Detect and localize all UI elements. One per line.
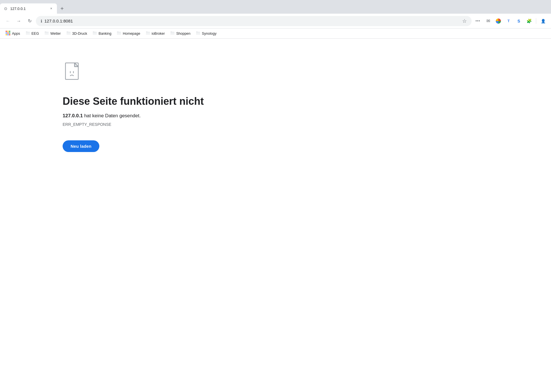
svg-rect-6	[9, 32, 10, 34]
reload-button-nav[interactable]: ↻	[25, 17, 34, 26]
bookmark-banking[interactable]: Banking	[91, 30, 114, 37]
bookmark-shoppen[interactable]: Shoppen	[168, 30, 193, 37]
toolbar-icons: ••• ✉ T S 🧩 👤	[473, 17, 548, 26]
error-page-icon	[63, 61, 84, 83]
bookmark-wetter-label: Wetter	[50, 32, 61, 36]
apps-grid-icon	[6, 31, 10, 36]
folder-icon	[45, 31, 49, 36]
forward-button[interactable]: →	[14, 17, 23, 26]
bookmark-iobroker[interactable]: ioBroker	[144, 30, 167, 37]
page-content: Diese Seite funktioniert nicht 127.0.0.1…	[0, 39, 551, 392]
svg-rect-3	[9, 31, 10, 32]
nav-bar: ← → ↻ ℹ 127.0.0.1:8081 ☆ ••• ✉	[0, 14, 551, 28]
bookmark-eeg[interactable]: EEG	[24, 30, 41, 37]
bookmark-apps-label: Apps	[12, 32, 20, 36]
tab-close-button[interactable]: ×	[49, 6, 54, 11]
bookmark-3d-druck-label: 3D-Druck	[72, 32, 87, 36]
profile-icon-button[interactable]: 👤	[538, 17, 548, 26]
bookmark-3d-druck[interactable]: 3D-Druck	[64, 30, 90, 37]
svg-rect-8	[7, 34, 9, 35]
neu-laden-button[interactable]: Neu laden	[63, 140, 99, 152]
extensions-menu-button[interactable]: •••	[473, 17, 482, 26]
bookmark-apps[interactable]: Apps	[3, 30, 22, 37]
url-text: 127.0.0.1:8081	[44, 19, 460, 23]
browser-chrome: ⊙ 127.0.0.1 × + ← → ↻ ℹ 127.0.0.1:8081 ☆…	[0, 0, 551, 39]
bookmark-iobroker-label: ioBroker	[152, 32, 165, 36]
svg-rect-9	[9, 34, 10, 35]
active-tab[interactable]: ⊙ 127.0.0.1 ×	[0, 3, 57, 14]
bookmark-star-icon[interactable]: ☆	[462, 18, 467, 24]
error-code: ERR_EMPTY_RESPONSE	[63, 122, 111, 127]
error-description: 127.0.0.1 hat keine Daten gesendet.	[63, 113, 141, 119]
svg-rect-7	[6, 34, 7, 35]
svg-rect-1	[6, 31, 7, 32]
bookmark-synology-label: Synology	[202, 32, 216, 36]
back-button[interactable]: ←	[3, 17, 13, 26]
info-icon: ℹ	[41, 19, 42, 23]
bookmark-shoppen-label: Shoppen	[176, 32, 190, 36]
bookmark-synology[interactable]: Synology	[194, 30, 219, 37]
error-icon-container	[63, 61, 84, 84]
folder-icon	[67, 31, 71, 36]
bookmarks-bar: Apps EEG Wetter 3D-Druck Banking	[0, 28, 551, 39]
tab-favicon-icon: ⊙	[3, 6, 8, 11]
toolbar-divider	[536, 18, 536, 24]
error-description-rest: hat keine Daten gesendet.	[83, 113, 141, 118]
bookmark-eeg-label: EEG	[32, 32, 39, 36]
error-heading: Diese Seite funktioniert nicht	[63, 95, 204, 107]
translate-icon-button[interactable]: T	[504, 17, 513, 26]
new-tab-button[interactable]: +	[57, 3, 67, 14]
folder-icon	[170, 31, 174, 36]
mail-icon-button[interactable]: ✉	[484, 17, 493, 26]
shazam-icon-button[interactable]: S	[514, 17, 523, 26]
folder-icon	[117, 31, 121, 36]
tab-title: 127.0.0.1	[10, 7, 47, 11]
folder-icon	[26, 31, 30, 36]
svg-rect-4	[6, 32, 7, 34]
address-bar[interactable]: ℹ 127.0.0.1:8081 ☆	[36, 16, 472, 26]
tab-bar: ⊙ 127.0.0.1 × +	[0, 0, 551, 14]
color-picker-icon-button[interactable]	[494, 17, 503, 26]
folder-icon	[93, 31, 97, 36]
folder-icon	[196, 31, 200, 36]
bookmark-homepage[interactable]: Homepage	[115, 30, 142, 37]
svg-rect-2	[7, 31, 9, 32]
bookmark-homepage-label: Homepage	[123, 32, 140, 36]
bookmark-wetter[interactable]: Wetter	[42, 30, 63, 37]
bookmark-banking-label: Banking	[98, 32, 111, 36]
error-ip-bold: 127.0.0.1	[63, 113, 83, 118]
folder-icon	[146, 31, 150, 36]
svg-rect-5	[7, 32, 9, 34]
puzzle-icon-button[interactable]: 🧩	[525, 17, 534, 26]
